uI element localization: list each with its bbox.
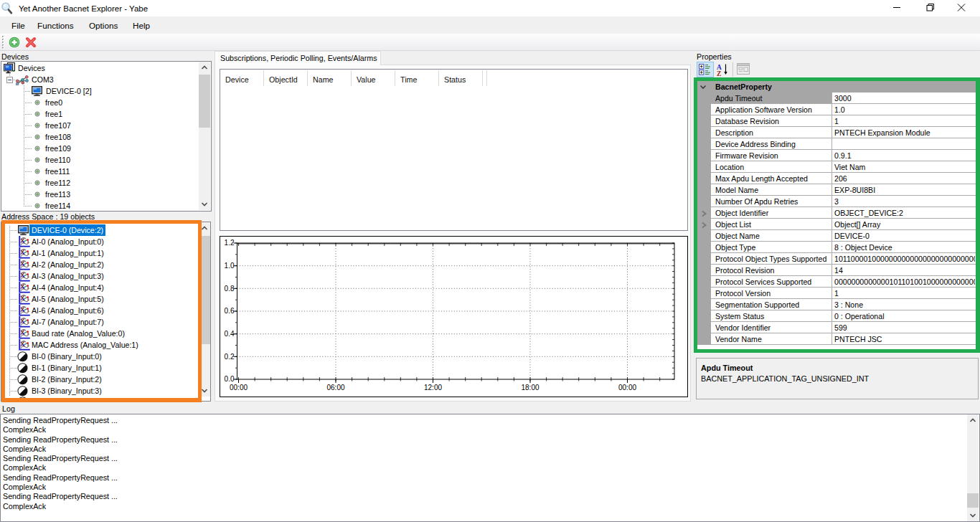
svg-text:1.2: 1.2 [225,239,235,247]
svg-text:0.0: 0.0 [225,375,235,383]
svg-text:0.6: 0.6 [225,307,235,315]
svg-text:06:00: 06:00 [326,384,344,392]
svg-text:0.8: 0.8 [225,285,235,293]
svg-text:12:00: 12:00 [424,384,442,392]
svg-text:00:00: 00:00 [230,384,248,392]
svg-text:Z: Z [717,70,721,77]
svg-text:0.4: 0.4 [225,330,235,338]
svg-text:0.2: 0.2 [225,353,235,361]
svg-text:1.0: 1.0 [225,262,235,270]
svg-text:18:00: 18:00 [521,384,539,392]
svg-text:00:00: 00:00 [618,384,636,392]
